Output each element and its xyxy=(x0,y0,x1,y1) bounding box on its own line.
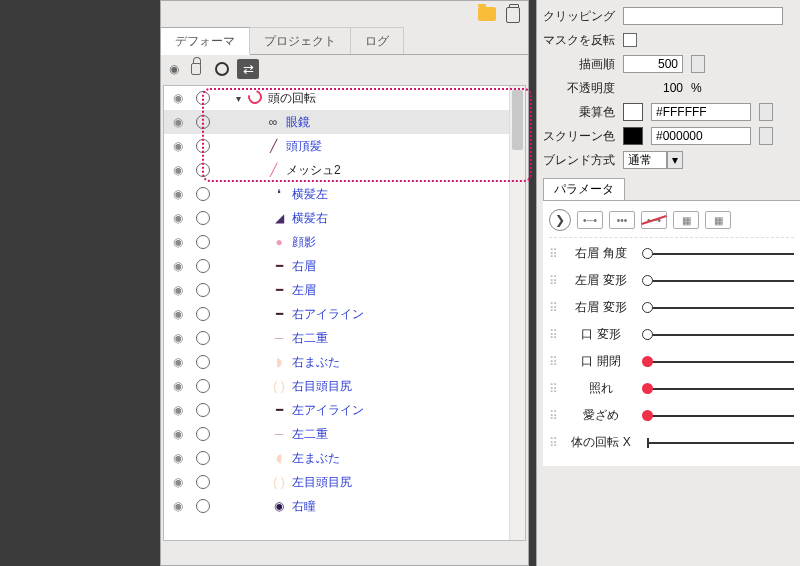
tree-item[interactable]: ◉◉右瞳 xyxy=(164,494,525,518)
select-dot[interactable] xyxy=(196,211,210,225)
eye-icon[interactable]: ◉ xyxy=(170,211,186,225)
drag-handle-icon[interactable]: ⠿ xyxy=(549,274,565,288)
parameter-slider[interactable] xyxy=(647,253,794,255)
eye-icon[interactable]: ◉ xyxy=(170,355,186,369)
parameter-row[interactable]: ⠿口 変形 xyxy=(549,321,794,348)
select-dot[interactable] xyxy=(196,91,210,105)
tree-item[interactable]: ◉❛横髪左 xyxy=(164,182,525,206)
drag-handle-icon[interactable]: ⠿ xyxy=(549,355,565,369)
tree-item[interactable]: ◉●顔影 xyxy=(164,230,525,254)
eye-icon[interactable]: ◉ xyxy=(170,283,186,297)
select-header-icon[interactable] xyxy=(215,62,229,76)
multiply-input[interactable]: #FFFFFF xyxy=(651,103,751,121)
select-dot[interactable] xyxy=(196,379,210,393)
select-dot[interactable] xyxy=(196,499,210,513)
layer-tree[interactable]: ◉▾頭の回転◉∞眼鏡◉╱頭頂髪◉╱メッシュ2◉❛横髪左◉◢横髪右◉●顔影◉━右眉… xyxy=(164,86,525,540)
screen-swatch[interactable] xyxy=(623,127,643,145)
select-dot[interactable] xyxy=(196,307,210,321)
keyframe-tool-disable[interactable]: •─• xyxy=(641,211,667,229)
tree-item[interactable]: ◉─右二重 xyxy=(164,326,525,350)
parameter-row[interactable]: ⠿右眉 角度 xyxy=(549,240,794,267)
select-dot[interactable] xyxy=(196,451,210,465)
select-dot[interactable] xyxy=(196,475,210,489)
sync-button[interactable]: ⇄ xyxy=(237,59,259,79)
tree-item[interactable]: ◉◢横髪右 xyxy=(164,206,525,230)
multiply-extra[interactable] xyxy=(759,103,773,121)
parameter-slider[interactable] xyxy=(647,334,794,336)
visibility-header-icon[interactable]: ◉ xyxy=(169,62,179,76)
eye-icon[interactable]: ◉ xyxy=(170,427,186,441)
tree-item[interactable]: ◉( )左目頭目尻 xyxy=(164,470,525,494)
opacity-value[interactable]: 100 xyxy=(623,81,683,95)
multiply-swatch[interactable] xyxy=(623,103,643,121)
tree-item[interactable]: ◉━右アイライン xyxy=(164,302,525,326)
tab-deformer[interactable]: デフォーマ xyxy=(161,27,250,55)
eye-icon[interactable]: ◉ xyxy=(170,331,186,345)
select-dot[interactable] xyxy=(196,235,210,249)
chevron-down-icon[interactable]: ▾ xyxy=(236,93,246,104)
eye-icon[interactable]: ◉ xyxy=(170,379,186,393)
select-dot[interactable] xyxy=(196,139,210,153)
tree-scrollbar[interactable] xyxy=(509,86,525,540)
drag-handle-icon[interactable]: ⠿ xyxy=(549,328,565,342)
select-dot[interactable] xyxy=(196,403,210,417)
tree-item[interactable]: ◉◖左まぶた xyxy=(164,446,525,470)
select-dot[interactable] xyxy=(196,187,210,201)
select-dot[interactable] xyxy=(196,259,210,273)
eye-icon[interactable]: ◉ xyxy=(170,499,186,513)
eye-icon[interactable]: ◉ xyxy=(170,91,186,105)
eye-icon[interactable]: ◉ xyxy=(170,235,186,249)
lock-header-icon[interactable] xyxy=(191,63,201,75)
tab-parameter[interactable]: パラメータ xyxy=(543,178,625,200)
tree-item[interactable]: ◉━右眉 xyxy=(164,254,525,278)
parameter-slider[interactable] xyxy=(647,280,794,282)
tab-log[interactable]: ログ xyxy=(351,27,404,54)
parameter-row[interactable]: ⠿右眉 変形 xyxy=(549,294,794,321)
parameter-slider[interactable] xyxy=(647,307,794,309)
play-icon[interactable]: ❯ xyxy=(549,209,571,231)
select-dot[interactable] xyxy=(196,115,210,129)
drag-handle-icon[interactable]: ⠿ xyxy=(549,301,565,315)
tree-item[interactable]: ◉━左アイライン xyxy=(164,398,525,422)
eye-icon[interactable]: ◉ xyxy=(170,403,186,417)
eye-icon[interactable]: ◉ xyxy=(170,139,186,153)
select-dot[interactable] xyxy=(196,163,210,177)
draworder-stepper[interactable] xyxy=(691,55,705,73)
parameter-slider[interactable] xyxy=(647,361,794,363)
tree-item[interactable]: ◉╱メッシュ2 xyxy=(164,158,525,182)
drag-handle-icon[interactable]: ⠿ xyxy=(549,247,565,261)
eye-icon[interactable]: ◉ xyxy=(170,307,186,321)
parameter-row[interactable]: ⠿照れ xyxy=(549,375,794,402)
screen-extra[interactable] xyxy=(759,127,773,145)
tree-item[interactable]: ◉╱頭頂髪 xyxy=(164,134,525,158)
tree-item[interactable]: ◉◗右まぶた xyxy=(164,350,525,374)
parameter-slider[interactable] xyxy=(647,388,794,390)
eye-icon[interactable]: ◉ xyxy=(170,475,186,489)
keyframe-tool-2[interactable]: ••• xyxy=(609,211,635,229)
parameter-row[interactable]: ⠿口 開閉 xyxy=(549,348,794,375)
new-folder-icon[interactable] xyxy=(478,7,496,21)
tab-project[interactable]: プロジェクト xyxy=(250,27,351,54)
drag-handle-icon[interactable]: ⠿ xyxy=(549,409,565,423)
drag-handle-icon[interactable]: ⠿ xyxy=(549,382,565,396)
keyframe-tool-1[interactable]: •─• xyxy=(577,211,603,229)
parameter-slider[interactable] xyxy=(647,442,794,444)
tree-item[interactable]: ◉─左二重 xyxy=(164,422,525,446)
screen-input[interactable]: #000000 xyxy=(651,127,751,145)
select-dot[interactable] xyxy=(196,331,210,345)
tree-root[interactable]: ◉▾頭の回転 xyxy=(164,86,525,110)
tree-item[interactable]: ◉( )右目頭目尻 xyxy=(164,374,525,398)
keyframe-tool-grid2[interactable]: ▦ xyxy=(705,211,731,229)
delete-icon[interactable] xyxy=(506,7,520,23)
eye-icon[interactable]: ◉ xyxy=(170,163,186,177)
maskinv-checkbox[interactable] xyxy=(623,33,637,47)
eye-icon[interactable]: ◉ xyxy=(170,187,186,201)
select-dot[interactable] xyxy=(196,355,210,369)
eye-icon[interactable]: ◉ xyxy=(170,259,186,273)
drag-handle-icon[interactable]: ⠿ xyxy=(549,436,565,450)
select-dot[interactable] xyxy=(196,283,210,297)
parameter-slider[interactable] xyxy=(647,415,794,417)
blend-combo[interactable]: 通常 ▾ xyxy=(623,151,683,169)
eye-icon[interactable]: ◉ xyxy=(170,115,186,129)
parameter-row[interactable]: ⠿左眉 変形 xyxy=(549,267,794,294)
